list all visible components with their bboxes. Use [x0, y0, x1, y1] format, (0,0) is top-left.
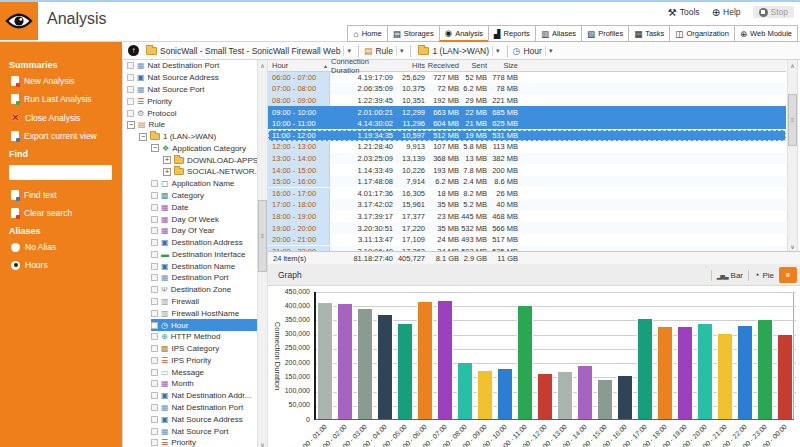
stop-button[interactable]: Stop [753, 6, 795, 18]
tree-item-nat-source-address[interactable]: ▣Nat Source Address [151, 413, 257, 425]
table-row[interactable]: 20:00 - 21:003.11:13:4717,10924 MB493 MB… [268, 234, 786, 246]
bar-01-00-02-00[interactable] [337, 304, 353, 419]
chevron-down-icon[interactable]: ▾ [492, 46, 503, 56]
alias-option-hours[interactable]: Hours [11, 260, 122, 270]
crumb-lan-wan[interactable]: 1 (LAN->WAN) [432, 46, 489, 56]
tree-item-nat-source-port[interactable]: ▦Nat Source Port [151, 425, 257, 437]
tree-scrollbar[interactable]: ∧∨≡ [257, 60, 268, 447]
tree-item-nat-source-address[interactable]: ▣Nat Source Address [127, 72, 257, 84]
new-analysis-button[interactable]: New Analysis [11, 76, 122, 86]
table-row[interactable]: 12:00 - 13:001.21:28:409,913107 MB5.8 MB… [268, 141, 786, 153]
tree-item-destination-port[interactable]: ▦Destination Port [151, 272, 257, 284]
checkbox[interactable] [151, 251, 158, 258]
table-row[interactable]: 18:00 - 19:003.17:39:1717,37723 MB445 MB… [268, 211, 786, 223]
tree-item-hour[interactable]: ◷Hour [151, 319, 257, 331]
expand-icon[interactable]: + [163, 168, 171, 176]
bar-07-00-08-00[interactable] [457, 363, 473, 419]
tree-item-1-lan-wan[interactable]: −1 (LAN->WAN) [139, 131, 257, 143]
checkbox[interactable] [127, 74, 134, 81]
bar-10-00-11-00[interactable] [517, 306, 533, 419]
tree-item-application-name[interactable]: ▢Application Name [151, 178, 257, 190]
storage-breadcrumb[interactable]: SonicWall - Small Test - SonicWall Firew… [160, 46, 340, 56]
tab-web-module[interactable]: ⊕Web Module [734, 25, 798, 42]
find-text-button[interactable]: Find text [11, 190, 122, 200]
tab-home[interactable]: ⌂Home [347, 25, 387, 42]
export-current-view-button[interactable]: Export current view [11, 131, 122, 141]
tree-item-download-apps[interactable]: +DOWNLOAD-APPS [163, 154, 257, 166]
alias-option-no-alias[interactable]: No Alias [11, 242, 122, 252]
collapse-icon[interactable]: − [151, 144, 159, 152]
checkbox[interactable] [127, 86, 134, 93]
find-input[interactable] [9, 165, 112, 180]
checkbox[interactable] [151, 263, 158, 270]
tree-item-message[interactable]: ▭Message [151, 366, 257, 378]
table-row[interactable]: 06:00 - 07:004.19:17:0925,629727 MB52 MB… [268, 72, 786, 84]
tree-item-ips-priority[interactable]: ☰IPS Priority [151, 355, 257, 367]
tree-item-firewall-hostname[interactable]: ▥Firewall HostName [151, 307, 257, 319]
table-row[interactable]: 14:00 - 15:001.14:33:4910,226193 MB7.8 M… [268, 164, 786, 176]
checkbox[interactable] [151, 439, 158, 446]
tools-button[interactable]: ⚒ Tools [668, 7, 700, 18]
bar-16-00-17-00[interactable] [637, 319, 653, 419]
checkbox[interactable] [151, 274, 158, 281]
tree-item-social-networ[interactable]: +SOCIAL-NETWOR... [163, 166, 257, 178]
tree-item-category[interactable]: ▩Category [151, 190, 257, 202]
collapse-icon[interactable]: − [139, 133, 147, 141]
checkbox[interactable] [151, 392, 158, 399]
chevron-down-icon[interactable]: ▾ [545, 46, 556, 56]
checkbox[interactable] [151, 192, 158, 199]
tab-tasks[interactable]: ▦Tasks [628, 25, 670, 42]
bar-20-00-21-00[interactable] [717, 334, 733, 419]
close-analysis-button[interactable]: ✕Close Analysis [11, 112, 122, 123]
tree-item-application-category[interactable]: −❖Application Category [151, 142, 257, 154]
chevron-down-icon[interactable]: ▾ [343, 46, 354, 56]
tree-item-destination-zone[interactable]: ΨDestination Zone [151, 284, 257, 296]
table-scrollbar[interactable]: ∧∨≡ [787, 60, 798, 251]
column-header-connection-duration[interactable]: Connection Duration [331, 60, 393, 72]
bar-06-00-07-00[interactable] [437, 301, 453, 419]
bar-12-00-13-00[interactable] [557, 372, 573, 419]
bar-13-00-14-00[interactable] [577, 366, 593, 419]
clear-search-button[interactable]: Clear search [11, 208, 122, 218]
bar-14-00-15-00[interactable] [597, 380, 613, 419]
chevron-down-icon[interactable]: ▾ [396, 46, 407, 56]
tab-storages[interactable]: ▤Storages [387, 25, 440, 42]
table-row[interactable]: 10:00 - 11:004.14:30:0211,296604 MB21 MB… [268, 118, 786, 130]
checkbox[interactable] [151, 322, 158, 329]
tree-item-destination-name[interactable]: ▣Destination Name [151, 260, 257, 272]
table-row[interactable]: 09:00 - 10:002.01:00:2112,299663 MB22 MB… [268, 106, 786, 118]
table-row[interactable]: 16:00 - 17:004.01:17:3616,30518 MB8.2 MB… [268, 188, 786, 200]
checkbox[interactable] [151, 239, 158, 246]
table-row[interactable]: 13:00 - 14:002.03:25:0913,139368 MB13 MB… [268, 153, 786, 165]
bar-18-00-19-00[interactable] [677, 327, 693, 419]
tree-item-rule[interactable]: −▤Rule [127, 119, 257, 131]
column-header-hour[interactable]: Hour▴ [268, 60, 330, 72]
tree-item-nat-destination-port[interactable]: ▦Nat Destination Port [127, 60, 257, 72]
crumb-hour[interactable]: Hour [523, 46, 541, 56]
checkbox[interactable] [127, 98, 134, 105]
tab-analysis[interactable]: ◉Analysis [439, 25, 489, 42]
tree-item-day-of-year[interactable]: ▦Day Of Year [151, 225, 257, 237]
tree-item-nat-destination-port[interactable]: ▦Nat Destination Port [151, 402, 257, 414]
bar-09-00-10-00[interactable] [497, 369, 513, 419]
tree-item-ips-category[interactable]: ▩IPS Category [151, 343, 257, 355]
scroll-thumb[interactable]: ≡ [788, 94, 797, 146]
expand-icon[interactable]: + [163, 156, 171, 164]
tree-item-protocol[interactable]: ⚙Protocol [127, 107, 257, 119]
bar-17-00-18-00[interactable] [657, 327, 673, 419]
scroll-up-icon[interactable]: ∧ [788, 60, 797, 70]
bar-05-00-06-00[interactable] [417, 302, 433, 419]
bar-00-00-01-00[interactable] [317, 303, 333, 419]
bar-08-00-09-00[interactable] [477, 371, 493, 419]
tree-item-nat-destination-addr[interactable]: ▣Nat Destination Addr... [151, 390, 257, 402]
bar-03-00-04-00[interactable] [377, 315, 393, 419]
table-row[interactable]: 08:00 - 09:001.22:39:4510,351192 MB29 MB… [268, 95, 786, 107]
tab-profiles[interactable]: ▧Profiles [581, 25, 629, 42]
tab-organization[interactable]: ◫Organization [669, 25, 735, 42]
checkbox[interactable] [127, 62, 134, 69]
checkbox[interactable] [151, 216, 158, 223]
bar-view-button[interactable]: ▂▅▃ Bar [717, 271, 743, 280]
bar-19-00-20-00[interactable] [697, 324, 713, 419]
checkbox[interactable] [151, 416, 158, 423]
scroll-thumb[interactable]: ≡ [258, 200, 267, 272]
